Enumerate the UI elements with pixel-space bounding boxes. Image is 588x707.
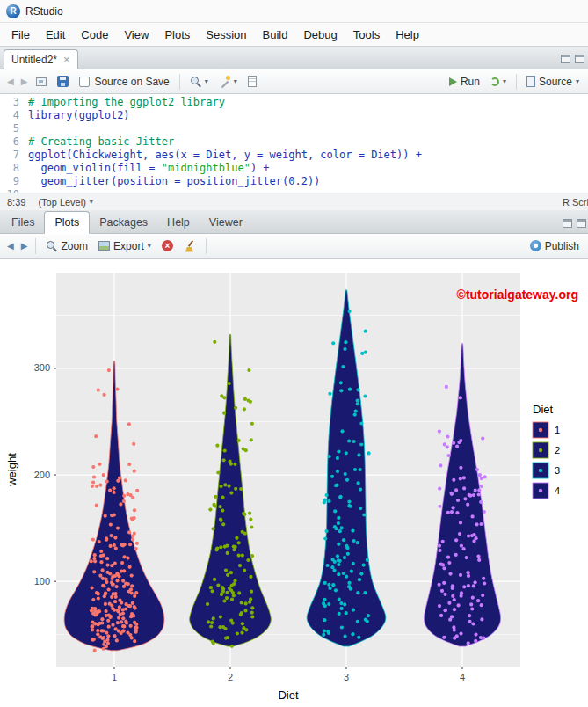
menu-tools[interactable]: Tools [345,25,388,45]
tab-untitled2[interactable]: Untitled2* × [4,49,78,69]
menu-file[interactable]: File [4,25,38,45]
save-icon [57,76,69,87]
filetype-selector[interactable]: R Script [563,197,588,208]
code-line: 8 geom_violin(fill = "midnightblue") + [0,162,588,175]
code-line: 7ggplot(Chickweight, aes(x = Diet, y = w… [0,149,588,162]
wand-icon [219,76,230,87]
source-button[interactable]: Source ▾ [522,73,584,91]
plot-area: 1002003001234Dietweight©tutorialgateway.… [0,259,588,707]
export-label: Export [113,240,144,252]
save-button[interactable] [53,73,73,90]
code-line: 6# Creating basic Jitter [0,135,588,149]
search-icon [190,76,201,87]
publish-button[interactable]: Publish [526,237,584,255]
svg-text:©tutorialgateway.org: ©tutorialgateway.org [457,288,578,302]
svg-text:3: 3 [344,672,349,682]
menu-view[interactable]: View [116,25,156,45]
minimize-source-pane-icon[interactable] [561,55,570,63]
cursor-position: 8:39 [7,197,25,208]
export-icon [98,241,110,251]
svg-text:1: 1 [555,425,560,435]
svg-text:4: 4 [460,672,465,682]
minimize-plots-pane-icon[interactable] [563,219,572,228]
zoom-label: Zoom [61,240,88,252]
menu-debug[interactable]: Debug [295,25,345,45]
tab-close-icon[interactable]: × [63,54,70,65]
pane-tab-packages[interactable]: Packages [90,212,157,233]
plot-back-icon[interactable]: ◀ [4,238,17,253]
svg-text:1: 1 [112,672,117,682]
publish-icon [530,240,541,251]
plot-svg: 1002003001234Dietweight©tutorialgateway.… [0,259,588,707]
run-button[interactable]: Run [445,73,484,91]
rstudio-window: R RStudio FileEditCodeViewPlotsSessionBu… [0,0,588,707]
rerun-button[interactable]: ▾ [486,75,511,89]
chevron-down-icon: ▾ [234,77,237,85]
menu-help[interactable]: Help [388,25,427,45]
window-title: RStudio [25,5,63,18]
publish-label: Publish [545,240,579,252]
code-line: 5 [0,122,588,135]
source-on-save-checkbox[interactable] [79,77,90,87]
run-icon [449,77,457,86]
editor-toolbar: ◀ ▶ Source on Save ▾ ▾ Run ▾ Source ▾ [0,69,588,94]
code-line: 3# Importing the ggplot2 library [0,96,588,109]
menu-plots[interactable]: Plots [156,25,198,45]
menu-session[interactable]: Session [198,25,254,45]
pane-tab-help[interactable]: Help [157,212,200,233]
popout-button[interactable] [32,75,51,89]
remove-plot-button[interactable]: × [157,237,178,254]
back-icon[interactable]: ◀ [4,74,17,89]
svg-text:3: 3 [555,465,560,476]
broom-icon [184,240,196,252]
chevron-down-icon: ▾ [205,77,208,85]
toolbar-separator [206,238,207,254]
maximize-source-pane-icon[interactable] [575,55,584,63]
chevron-down-icon: ▾ [148,242,151,250]
export-button[interactable]: Export ▾ [94,237,156,255]
code-line: 9 geom_jitter(position = position_jitter… [0,175,588,188]
pane-tab-plots[interactable]: Plots [44,211,90,234]
plot-forward-icon[interactable]: ▶ [18,238,31,253]
svg-text:weight: weight [5,453,18,487]
chevron-down-icon: ▾ [503,77,506,85]
toolbar-separator [35,238,36,254]
scope-selector[interactable]: (Top Level) ▾ [38,197,92,208]
forward-icon[interactable]: ▶ [18,74,31,89]
svg-text:300: 300 [34,362,50,373]
compile-report-button[interactable] [243,73,261,90]
report-icon [248,76,257,87]
code-editor[interactable]: 3# Importing the ggplot2 library4library… [0,94,588,193]
svg-text:100: 100 [34,576,50,587]
menu-code[interactable]: Code [73,25,116,45]
rstudio-logo-icon: R [6,4,20,18]
zoom-icon [46,240,57,251]
menu-build[interactable]: Build [255,25,296,45]
source-label: Source [539,76,572,88]
pane-tab-files[interactable]: Files [2,212,44,233]
clear-plots-button[interactable] [179,237,200,255]
editor-tabstrip: Untitled2* × [0,47,588,69]
chevron-down-icon: ▾ [90,198,93,206]
plots-toolbar: ◀ ▶ Zoom Export ▾ × Publish [0,234,588,259]
zoom-button[interactable]: Zoom [41,237,92,255]
svg-text:2: 2 [555,445,560,456]
svg-text:Diet: Diet [278,689,299,702]
svg-text:4: 4 [555,485,560,496]
chevron-down-icon: ▾ [576,77,579,85]
menubar: FileEditCodeViewPlotsSessionBuildDebugTo… [0,23,588,47]
rerun-icon [490,77,499,86]
code-tools-button[interactable]: ▾ [214,73,242,90]
pane-tabstrip: FilesPlotsPackagesHelpViewer [0,210,588,234]
pane-tab-viewer[interactable]: Viewer [200,212,252,233]
find-button[interactable]: ▾ [185,73,213,90]
remove-plot-icon: × [162,240,173,251]
tab-title: Untitled2* [11,54,57,66]
maximize-plots-pane-icon[interactable] [577,219,586,228]
editor-statusbar: 8:39 (Top Level) ▾ R Script [0,193,588,210]
source-on-save-label: Source on Save [94,76,169,88]
popout-icon [36,77,47,86]
menu-edit[interactable]: Edit [38,25,73,45]
source-on-save-toggle[interactable]: Source on Save [75,76,173,88]
svg-text:200: 200 [34,470,50,480]
